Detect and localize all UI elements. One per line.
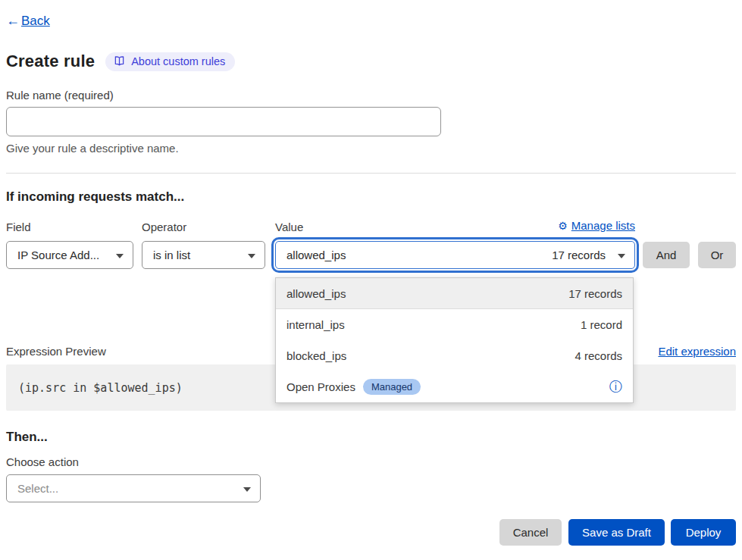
value-dropdown-panel: allowed_ips 17 records internal_ips 1 re… [275, 277, 634, 403]
edit-expression-link[interactable]: Edit expression [658, 345, 736, 358]
list-item-name: blocked_ips [286, 349, 346, 362]
cancel-button[interactable]: Cancel [499, 519, 562, 546]
chevron-down-icon [116, 254, 124, 258]
operator-select-value: is in list [153, 249, 190, 261]
manage-lists-link[interactable]: ⚙ Manage lists [275, 219, 635, 232]
chevron-down-icon [618, 254, 625, 258]
value-select-record-count: 17 records [552, 249, 606, 261]
list-item-open-proxies[interactable]: Open Proxies Managed ⓘ [276, 371, 633, 402]
choose-action-label: Choose action [6, 455, 79, 468]
field-column-label: Field [6, 221, 31, 233]
deploy-button[interactable]: Deploy [671, 519, 736, 546]
list-item-name: internal_ips [286, 318, 345, 331]
list-item-record-count: 17 records [568, 287, 622, 300]
value-select[interactable]: allowed_ips 17 records [275, 241, 635, 269]
about-label: About custom rules [131, 55, 225, 67]
field-select[interactable]: IP Source Add... [6, 241, 133, 269]
operator-column-label: Operator [142, 221, 186, 233]
manage-lists-label: Manage lists [571, 219, 635, 232]
managed-badge: Managed [363, 379, 421, 395]
action-select[interactable]: Select... [6, 474, 261, 502]
field-select-value: IP Source Add... [17, 249, 99, 261]
chevron-down-icon [248, 254, 255, 258]
list-item-record-count: 4 records [575, 349, 622, 362]
about-custom-rules-link[interactable]: About custom rules [105, 52, 235, 71]
rule-name-input[interactable] [6, 107, 441, 136]
and-button[interactable]: And [643, 242, 690, 268]
page-title: Create rule [6, 52, 95, 71]
operator-select[interactable]: is in list [142, 241, 265, 269]
list-item-internal-ips[interactable]: internal_ips 1 record [276, 309, 633, 340]
then-section-heading: Then... [6, 430, 48, 445]
save-as-draft-button[interactable]: Save as Draft [568, 519, 665, 546]
list-item-record-count: 1 record [581, 318, 622, 331]
back-label: Back [21, 14, 50, 29]
section-divider [6, 173, 736, 174]
value-select-value: allowed_ips [286, 249, 346, 261]
match-section-heading: If incoming requests match... [6, 189, 184, 205]
title-row: Create rule About custom rules [6, 52, 235, 71]
or-button[interactable]: Or [698, 242, 736, 268]
expression-code: (ip.src in $allowed_ips) [18, 381, 183, 395]
rule-name-label: Rule name (required) [6, 89, 114, 102]
action-select-placeholder: Select... [17, 482, 58, 495]
book-icon [114, 55, 125, 67]
list-item-blocked-ips[interactable]: blocked_ips 4 records [276, 340, 633, 371]
list-item-allowed-ips[interactable]: allowed_ips 17 records [276, 278, 633, 309]
back-link[interactable]: ←Back [6, 13, 50, 29]
info-icon[interactable]: ⓘ [609, 380, 622, 393]
list-item-name: Open Proxies [286, 380, 355, 393]
list-item-name: allowed_ips [286, 287, 346, 300]
expression-preview-label: Expression Preview [6, 345, 106, 358]
gear-icon: ⚙ [558, 220, 568, 232]
back-arrow-icon: ← [6, 13, 20, 29]
rule-name-helper-text: Give your rule a descriptive name. [6, 142, 179, 155]
chevron-down-icon [243, 487, 251, 492]
